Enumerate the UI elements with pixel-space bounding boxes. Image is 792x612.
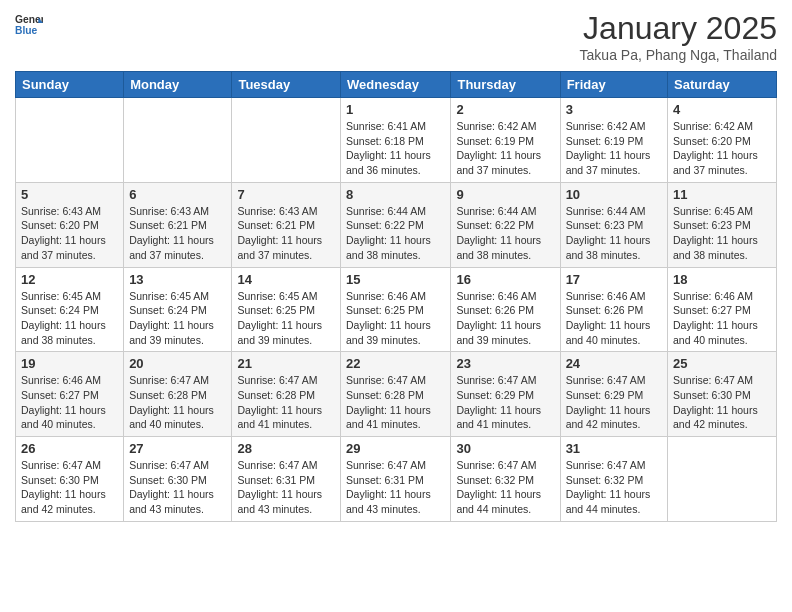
calendar-cell: 19Sunrise: 6:46 AMSunset: 6:27 PMDayligh…: [16, 352, 124, 437]
day-info: Sunrise: 6:43 AMSunset: 6:21 PMDaylight:…: [129, 204, 226, 263]
day-info: Sunrise: 6:45 AMSunset: 6:24 PMDaylight:…: [21, 289, 118, 348]
calendar-cell: 10Sunrise: 6:44 AMSunset: 6:23 PMDayligh…: [560, 182, 667, 267]
calendar-table: SundayMondayTuesdayWednesdayThursdayFrid…: [15, 71, 777, 522]
calendar-cell: 25Sunrise: 6:47 AMSunset: 6:30 PMDayligh…: [668, 352, 777, 437]
calendar-cell: 13Sunrise: 6:45 AMSunset: 6:24 PMDayligh…: [124, 267, 232, 352]
day-number: 14: [237, 272, 335, 287]
calendar-cell: [124, 98, 232, 183]
weekday-header-wednesday: Wednesday: [341, 72, 451, 98]
weekday-header-tuesday: Tuesday: [232, 72, 341, 98]
day-number: 22: [346, 356, 445, 371]
day-info: Sunrise: 6:46 AMSunset: 6:26 PMDaylight:…: [566, 289, 662, 348]
day-info: Sunrise: 6:41 AMSunset: 6:18 PMDaylight:…: [346, 119, 445, 178]
location-subtitle: Takua Pa, Phang Nga, Thailand: [580, 47, 777, 63]
day-number: 28: [237, 441, 335, 456]
day-info: Sunrise: 6:42 AMSunset: 6:19 PMDaylight:…: [566, 119, 662, 178]
day-number: 6: [129, 187, 226, 202]
calendar-cell: 6Sunrise: 6:43 AMSunset: 6:21 PMDaylight…: [124, 182, 232, 267]
calendar-cell: 3Sunrise: 6:42 AMSunset: 6:19 PMDaylight…: [560, 98, 667, 183]
day-number: 24: [566, 356, 662, 371]
day-info: Sunrise: 6:47 AMSunset: 6:28 PMDaylight:…: [237, 373, 335, 432]
weekday-header-friday: Friday: [560, 72, 667, 98]
day-info: Sunrise: 6:42 AMSunset: 6:20 PMDaylight:…: [673, 119, 771, 178]
day-number: 17: [566, 272, 662, 287]
title-block: January 2025 Takua Pa, Phang Nga, Thaila…: [580, 10, 777, 63]
day-info: Sunrise: 6:47 AMSunset: 6:28 PMDaylight:…: [346, 373, 445, 432]
day-info: Sunrise: 6:46 AMSunset: 6:27 PMDaylight:…: [673, 289, 771, 348]
calendar-cell: 21Sunrise: 6:47 AMSunset: 6:28 PMDayligh…: [232, 352, 341, 437]
calendar-cell: 30Sunrise: 6:47 AMSunset: 6:32 PMDayligh…: [451, 437, 560, 522]
calendar-cell: 2Sunrise: 6:42 AMSunset: 6:19 PMDaylight…: [451, 98, 560, 183]
calendar-cell: 5Sunrise: 6:43 AMSunset: 6:20 PMDaylight…: [16, 182, 124, 267]
day-number: 16: [456, 272, 554, 287]
day-info: Sunrise: 6:47 AMSunset: 6:30 PMDaylight:…: [129, 458, 226, 517]
day-info: Sunrise: 6:45 AMSunset: 6:25 PMDaylight:…: [237, 289, 335, 348]
day-info: Sunrise: 6:46 AMSunset: 6:26 PMDaylight:…: [456, 289, 554, 348]
logo: General Blue: [15, 10, 43, 38]
day-info: Sunrise: 6:46 AMSunset: 6:25 PMDaylight:…: [346, 289, 445, 348]
day-number: 31: [566, 441, 662, 456]
day-number: 15: [346, 272, 445, 287]
week-row-5: 26Sunrise: 6:47 AMSunset: 6:30 PMDayligh…: [16, 437, 777, 522]
day-info: Sunrise: 6:43 AMSunset: 6:21 PMDaylight:…: [237, 204, 335, 263]
day-number: 7: [237, 187, 335, 202]
calendar-cell: 9Sunrise: 6:44 AMSunset: 6:22 PMDaylight…: [451, 182, 560, 267]
day-info: Sunrise: 6:47 AMSunset: 6:32 PMDaylight:…: [456, 458, 554, 517]
day-number: 26: [21, 441, 118, 456]
calendar-cell: 1Sunrise: 6:41 AMSunset: 6:18 PMDaylight…: [341, 98, 451, 183]
day-info: Sunrise: 6:47 AMSunset: 6:31 PMDaylight:…: [346, 458, 445, 517]
day-info: Sunrise: 6:47 AMSunset: 6:28 PMDaylight:…: [129, 373, 226, 432]
calendar-cell: 7Sunrise: 6:43 AMSunset: 6:21 PMDaylight…: [232, 182, 341, 267]
calendar-cell: 17Sunrise: 6:46 AMSunset: 6:26 PMDayligh…: [560, 267, 667, 352]
calendar-cell: [16, 98, 124, 183]
day-info: Sunrise: 6:45 AMSunset: 6:23 PMDaylight:…: [673, 204, 771, 263]
day-number: 1: [346, 102, 445, 117]
calendar-cell: 23Sunrise: 6:47 AMSunset: 6:29 PMDayligh…: [451, 352, 560, 437]
week-row-1: 1Sunrise: 6:41 AMSunset: 6:18 PMDaylight…: [16, 98, 777, 183]
calendar-cell: 14Sunrise: 6:45 AMSunset: 6:25 PMDayligh…: [232, 267, 341, 352]
week-row-2: 5Sunrise: 6:43 AMSunset: 6:20 PMDaylight…: [16, 182, 777, 267]
weekday-header-row: SundayMondayTuesdayWednesdayThursdayFrid…: [16, 72, 777, 98]
calendar-cell: 15Sunrise: 6:46 AMSunset: 6:25 PMDayligh…: [341, 267, 451, 352]
day-number: 2: [456, 102, 554, 117]
day-number: 21: [237, 356, 335, 371]
calendar-cell: 16Sunrise: 6:46 AMSunset: 6:26 PMDayligh…: [451, 267, 560, 352]
calendar-cell: [232, 98, 341, 183]
day-number: 9: [456, 187, 554, 202]
page-header: General Blue January 2025 Takua Pa, Phan…: [15, 10, 777, 63]
day-info: Sunrise: 6:44 AMSunset: 6:22 PMDaylight:…: [456, 204, 554, 263]
calendar-cell: 4Sunrise: 6:42 AMSunset: 6:20 PMDaylight…: [668, 98, 777, 183]
day-number: 27: [129, 441, 226, 456]
day-info: Sunrise: 6:44 AMSunset: 6:23 PMDaylight:…: [566, 204, 662, 263]
day-number: 13: [129, 272, 226, 287]
day-number: 23: [456, 356, 554, 371]
day-info: Sunrise: 6:47 AMSunset: 6:29 PMDaylight:…: [456, 373, 554, 432]
day-info: Sunrise: 6:47 AMSunset: 6:29 PMDaylight:…: [566, 373, 662, 432]
week-row-4: 19Sunrise: 6:46 AMSunset: 6:27 PMDayligh…: [16, 352, 777, 437]
weekday-header-thursday: Thursday: [451, 72, 560, 98]
day-number: 10: [566, 187, 662, 202]
day-info: Sunrise: 6:43 AMSunset: 6:20 PMDaylight:…: [21, 204, 118, 263]
day-info: Sunrise: 6:45 AMSunset: 6:24 PMDaylight:…: [129, 289, 226, 348]
day-info: Sunrise: 6:46 AMSunset: 6:27 PMDaylight:…: [21, 373, 118, 432]
day-number: 4: [673, 102, 771, 117]
calendar-cell: 20Sunrise: 6:47 AMSunset: 6:28 PMDayligh…: [124, 352, 232, 437]
logo-icon: General Blue: [15, 10, 43, 38]
calendar-cell: 31Sunrise: 6:47 AMSunset: 6:32 PMDayligh…: [560, 437, 667, 522]
calendar-cell: 22Sunrise: 6:47 AMSunset: 6:28 PMDayligh…: [341, 352, 451, 437]
calendar-cell: 18Sunrise: 6:46 AMSunset: 6:27 PMDayligh…: [668, 267, 777, 352]
calendar-cell: 12Sunrise: 6:45 AMSunset: 6:24 PMDayligh…: [16, 267, 124, 352]
day-info: Sunrise: 6:47 AMSunset: 6:30 PMDaylight:…: [673, 373, 771, 432]
day-info: Sunrise: 6:47 AMSunset: 6:32 PMDaylight:…: [566, 458, 662, 517]
weekday-header-sunday: Sunday: [16, 72, 124, 98]
week-row-3: 12Sunrise: 6:45 AMSunset: 6:24 PMDayligh…: [16, 267, 777, 352]
day-number: 19: [21, 356, 118, 371]
day-info: Sunrise: 6:42 AMSunset: 6:19 PMDaylight:…: [456, 119, 554, 178]
day-number: 11: [673, 187, 771, 202]
day-number: 5: [21, 187, 118, 202]
day-number: 18: [673, 272, 771, 287]
calendar-cell: 28Sunrise: 6:47 AMSunset: 6:31 PMDayligh…: [232, 437, 341, 522]
calendar-cell: 24Sunrise: 6:47 AMSunset: 6:29 PMDayligh…: [560, 352, 667, 437]
weekday-header-monday: Monday: [124, 72, 232, 98]
day-info: Sunrise: 6:47 AMSunset: 6:30 PMDaylight:…: [21, 458, 118, 517]
